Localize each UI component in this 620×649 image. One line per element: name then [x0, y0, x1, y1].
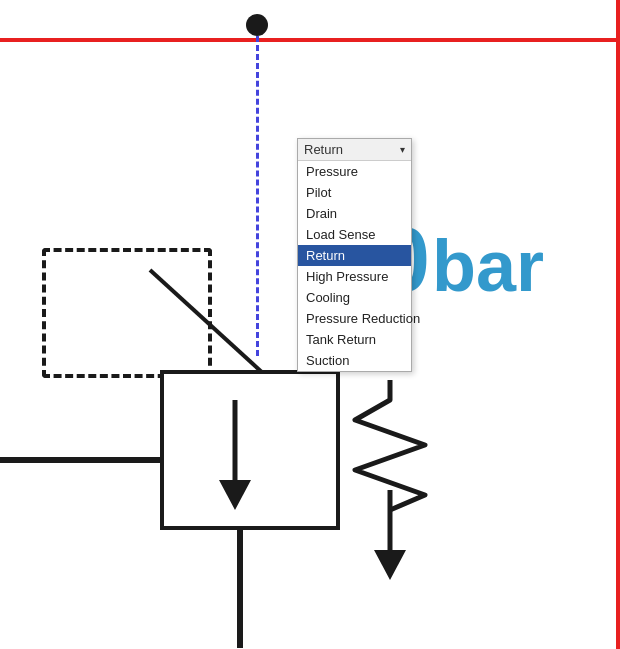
dropdown-option-tank-return[interactable]: Tank Return — [298, 329, 411, 350]
dropdown-container: Return ▾ PressurePilotDrainLoad SenseRet… — [297, 138, 412, 372]
dropdown-option-drain[interactable]: Drain — [298, 203, 411, 224]
dropdown-option-pressure-reduction[interactable]: Pressure Reduction — [298, 308, 411, 329]
dropdown-option-high-pressure[interactable]: High Pressure — [298, 266, 411, 287]
dropdown-selected-label: Return — [304, 142, 343, 157]
dropdown-option-suction[interactable]: Suction — [298, 350, 411, 371]
svg-marker-2 — [219, 480, 251, 510]
dropdown-arrow-icon: ▾ — [400, 144, 405, 155]
pipe-bottom — [237, 528, 243, 648]
dropdown-option-pilot[interactable]: Pilot — [298, 182, 411, 203]
dropdown-header[interactable]: Return ▾ — [298, 139, 411, 161]
red-vertical-line — [616, 0, 620, 649]
svg-line-0 — [150, 270, 265, 375]
dropdown-list: PressurePilotDrainLoad SenseReturnHigh P… — [298, 161, 411, 371]
connector-circle — [246, 14, 268, 36]
pipe-horizontal-left — [0, 457, 163, 463]
dropdown-option-return[interactable]: Return — [298, 245, 411, 266]
arrow-right-down — [370, 490, 410, 580]
dropdown-option-cooling[interactable]: Cooling — [298, 287, 411, 308]
dropdown-option-pressure[interactable]: Pressure — [298, 161, 411, 182]
dropdown-option-load-sense[interactable]: Load Sense — [298, 224, 411, 245]
arrow-down-inner — [215, 400, 255, 510]
red-horizontal-line — [0, 38, 620, 42]
pressure-unit: bar — [432, 225, 544, 307]
svg-marker-4 — [374, 550, 406, 580]
